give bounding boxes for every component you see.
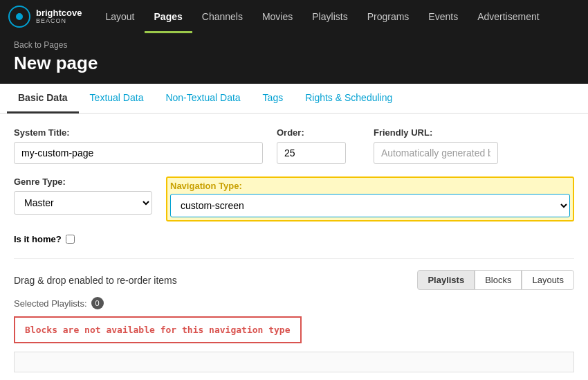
nav-item-playlists[interactable]: Playlists [302,0,357,33]
bottom-tab-blocks[interactable]: Blocks [475,270,522,290]
logo-text: brightcoveBEACON [36,8,82,25]
drag-drop-text: Drag & drop enabled to re-order items [14,275,177,286]
page-header: Back to Pages New page [0,33,588,84]
tab-non-textual-data[interactable]: Non-Textual Data [154,84,251,114]
genre-type-label: Genre Type: [14,177,152,187]
tab-textual-data[interactable]: Textual Data [79,84,155,114]
nav-item-layout[interactable]: Layout [95,0,144,33]
page-title: New page [14,53,574,74]
friendly-url-label: Friendly URL: [374,127,574,138]
nav-item-pages[interactable]: Pages [145,0,192,33]
logo: brightcoveBEACON [8,6,82,28]
form-row-1: System Title: Order: Friendly URL: [14,127,574,164]
tab-rights-scheduling[interactable]: Rights & Scheduling [294,84,403,114]
nav-item-events[interactable]: Events [419,0,468,33]
is-home-label: Is it home? [14,234,62,244]
nav-type-group: Navigation Type: custom-screen [166,177,574,221]
order-group: Order: [277,127,360,164]
selected-playlists-label: Selected Playlists: [14,298,87,309]
order-input[interactable] [277,142,346,164]
is-home-row: Is it home? [14,234,574,244]
selected-playlists-row: Selected Playlists: 0 [14,297,574,309]
is-home-checkbox[interactable] [66,235,75,244]
nav-item-movies[interactable]: Movies [252,0,302,33]
form-tabs: Basic Data Textual Data Non-Textual Data… [0,84,588,114]
system-title-label: System Title: [14,127,263,138]
count-badge: 0 [91,297,104,309]
nav-item-programs[interactable]: Programs [358,0,419,33]
breadcrumb[interactable]: Back to Pages [14,40,574,50]
tab-tags[interactable]: Tags [252,84,295,114]
nav-type-label: Navigation Type: [170,181,570,191]
nav-items: Layout Pages Channels Movies Playlists P… [95,0,549,33]
order-label: Order: [277,127,360,138]
nav-type-select[interactable]: custom-screen [170,194,570,217]
bottom-section: Drag & drop enabled to re-order items Pl… [14,258,574,372]
nav-item-channels[interactable]: Channels [192,0,252,33]
genre-type-group: Genre Type: Master [14,177,152,215]
system-title-group: System Title: [14,127,263,164]
bottom-header: Drag & drop enabled to re-order items Pl… [14,270,574,290]
bottom-tab-playlists[interactable]: Playlists [417,270,475,290]
nav-type-highlight: Navigation Type: custom-screen [166,177,574,221]
system-title-input[interactable] [14,142,263,164]
friendly-url-group: Friendly URL: [374,127,574,164]
content-area: System Title: Order: Friendly URL: Genre… [0,114,588,380]
top-navigation: brightcoveBEACON Layout Pages Channels M… [0,0,588,33]
friendly-url-input[interactable] [374,142,498,164]
form-row-2: Genre Type: Master Navigation Type: cust… [14,177,574,221]
error-message: Blocks are not available for this naviga… [14,316,302,343]
bottom-tab-layouts[interactable]: Layouts [522,270,574,290]
tab-basic-data[interactable]: Basic Data [7,84,79,114]
genre-type-select[interactable]: Master [14,191,152,215]
drop-area[interactable] [14,352,574,372]
nav-item-advertisement[interactable]: Advertisement [468,0,549,33]
bottom-tabs: Playlists Blocks Layouts [417,270,574,290]
logo-icon [8,6,30,28]
